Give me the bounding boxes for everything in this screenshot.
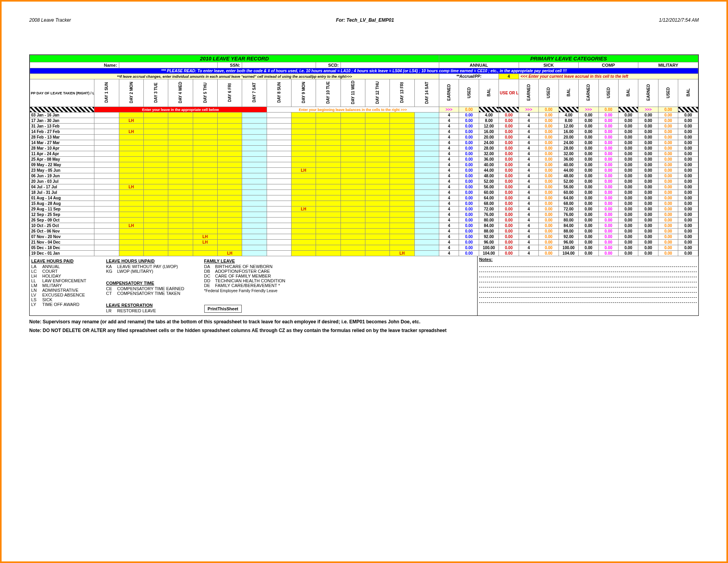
day-cell[interactable] bbox=[291, 157, 316, 162]
day-cell[interactable] bbox=[414, 157, 439, 162]
day-cell[interactable]: LH bbox=[193, 240, 217, 245]
day-cell[interactable] bbox=[340, 113, 365, 118]
day-cell[interactable] bbox=[267, 113, 291, 118]
day-cell[interactable] bbox=[365, 173, 389, 179]
day-cell[interactable] bbox=[316, 118, 340, 124]
day-cell[interactable] bbox=[340, 201, 365, 206]
day-cell[interactable] bbox=[291, 245, 316, 251]
day-cell[interactable] bbox=[168, 124, 193, 129]
day-cell[interactable] bbox=[193, 168, 217, 173]
day-cell[interactable] bbox=[340, 190, 365, 195]
day-cell[interactable] bbox=[316, 234, 340, 240]
day-cell[interactable] bbox=[193, 129, 217, 135]
day-cell[interactable] bbox=[316, 201, 340, 206]
day-cell[interactable] bbox=[267, 218, 291, 223]
day-cell[interactable] bbox=[94, 245, 119, 251]
day-cell[interactable] bbox=[316, 251, 340, 256]
day-cell[interactable] bbox=[414, 229, 439, 234]
day-cell[interactable] bbox=[94, 218, 119, 223]
day-cell[interactable] bbox=[119, 157, 143, 162]
day-cell[interactable] bbox=[316, 245, 340, 251]
day-cell[interactable] bbox=[119, 245, 143, 251]
day-cell[interactable] bbox=[217, 173, 242, 179]
day-cell[interactable] bbox=[340, 234, 365, 240]
day-cell[interactable] bbox=[242, 124, 267, 129]
day-cell[interactable] bbox=[217, 113, 242, 118]
day-cell[interactable] bbox=[242, 229, 267, 234]
day-cell[interactable] bbox=[414, 140, 439, 146]
day-cell[interactable] bbox=[143, 179, 168, 184]
day-cell[interactable] bbox=[414, 223, 439, 229]
day-cell[interactable] bbox=[193, 146, 217, 151]
day-cell[interactable] bbox=[316, 140, 340, 146]
day-cell[interactable] bbox=[316, 218, 340, 223]
day-cell[interactable] bbox=[365, 251, 389, 256]
day-cell[interactable] bbox=[340, 212, 365, 218]
day-cell[interactable] bbox=[291, 129, 316, 135]
day-cell[interactable] bbox=[242, 212, 267, 218]
day-cell[interactable] bbox=[291, 190, 316, 195]
day-cell[interactable] bbox=[143, 146, 168, 151]
day-cell[interactable] bbox=[143, 184, 168, 190]
day-cell[interactable] bbox=[365, 245, 389, 251]
ssn-input[interactable] bbox=[242, 62, 316, 68]
day-cell[interactable] bbox=[316, 240, 340, 245]
day-cell[interactable] bbox=[168, 129, 193, 135]
day-cell[interactable] bbox=[316, 184, 340, 190]
day-cell[interactable] bbox=[94, 118, 119, 124]
day-cell[interactable] bbox=[267, 240, 291, 245]
day-cell[interactable] bbox=[316, 135, 340, 140]
day-cell[interactable] bbox=[143, 135, 168, 140]
day-cell[interactable] bbox=[168, 135, 193, 140]
day-cell[interactable] bbox=[390, 179, 414, 184]
day-cell[interactable] bbox=[168, 151, 193, 157]
day-cell[interactable] bbox=[267, 234, 291, 240]
day-cell[interactable] bbox=[119, 173, 143, 179]
day-cell[interactable] bbox=[119, 162, 143, 168]
day-cell[interactable] bbox=[390, 229, 414, 234]
day-cell[interactable] bbox=[168, 162, 193, 168]
day-cell[interactable] bbox=[414, 240, 439, 245]
day-cell[interactable] bbox=[414, 206, 439, 212]
day-cell[interactable] bbox=[291, 201, 316, 206]
day-cell[interactable] bbox=[119, 234, 143, 240]
day-cell[interactable] bbox=[242, 195, 267, 201]
day-cell[interactable] bbox=[242, 223, 267, 229]
day-cell[interactable] bbox=[365, 184, 389, 190]
day-cell[interactable] bbox=[217, 179, 242, 184]
day-cell[interactable] bbox=[94, 201, 119, 206]
day-cell[interactable] bbox=[390, 129, 414, 135]
day-cell[interactable] bbox=[390, 223, 414, 229]
day-cell[interactable] bbox=[267, 212, 291, 218]
day-cell[interactable] bbox=[143, 206, 168, 212]
day-cell[interactable] bbox=[217, 162, 242, 168]
scd-input[interactable] bbox=[340, 62, 439, 68]
day-cell[interactable] bbox=[242, 190, 267, 195]
day-cell[interactable] bbox=[119, 124, 143, 129]
day-cell[interactable] bbox=[94, 124, 119, 129]
day-cell[interactable] bbox=[193, 151, 217, 157]
day-cell[interactable] bbox=[291, 234, 316, 240]
day-cell[interactable] bbox=[168, 157, 193, 162]
day-cell[interactable] bbox=[119, 195, 143, 201]
day-cell[interactable] bbox=[390, 212, 414, 218]
day-cell[interactable] bbox=[143, 218, 168, 223]
day-cell[interactable] bbox=[143, 140, 168, 146]
day-cell[interactable] bbox=[414, 173, 439, 179]
day-cell[interactable] bbox=[193, 229, 217, 234]
day-cell[interactable]: LH bbox=[119, 184, 143, 190]
day-cell[interactable] bbox=[119, 240, 143, 245]
day-cell[interactable] bbox=[390, 195, 414, 201]
day-cell[interactable] bbox=[94, 173, 119, 179]
day-cell[interactable] bbox=[168, 195, 193, 201]
day-cell[interactable] bbox=[340, 251, 365, 256]
day-cell[interactable] bbox=[119, 206, 143, 212]
day-cell[interactable] bbox=[94, 113, 119, 118]
day-cell[interactable] bbox=[168, 212, 193, 218]
day-cell[interactable] bbox=[217, 129, 242, 135]
day-cell[interactable] bbox=[193, 206, 217, 212]
day-cell[interactable] bbox=[168, 218, 193, 223]
day-cell[interactable] bbox=[340, 223, 365, 229]
day-cell[interactable] bbox=[143, 212, 168, 218]
day-cell[interactable] bbox=[217, 118, 242, 124]
